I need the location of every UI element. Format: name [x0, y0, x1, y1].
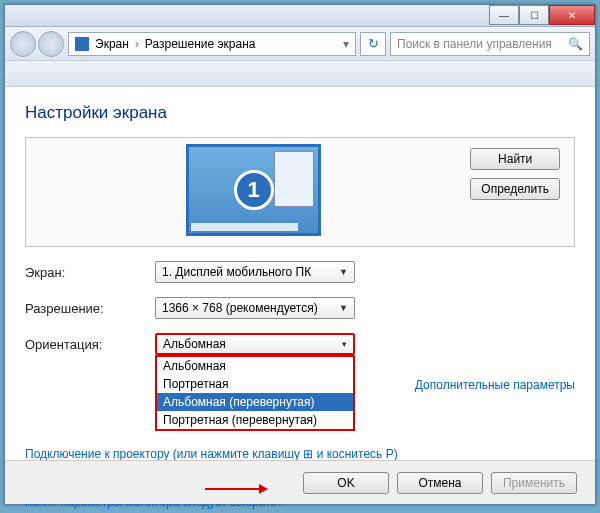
search-placeholder: Поиск в панели управления — [397, 37, 552, 51]
close-button[interactable]: ✕ — [549, 5, 595, 25]
screen-icon — [75, 37, 89, 51]
resolution-value: 1366 × 768 (рекомендуется) — [162, 301, 318, 315]
orientation-dropdown: Альбомная Портретная Альбомная (переверн… — [155, 355, 355, 431]
breadcrumb[interactable]: Экран › Разрешение экрана ▾ — [68, 32, 356, 56]
orientation-option-portrait[interactable]: Портретная — [157, 375, 353, 393]
forward-button[interactable] — [38, 31, 64, 57]
preview-taskbar-icon — [191, 223, 298, 231]
row-resolution: Разрешение: 1366 × 768 (рекомендуется) ▼ — [25, 297, 575, 319]
find-button[interactable]: Найти — [470, 148, 560, 170]
monitor-number: 1 — [234, 170, 274, 210]
search-icon: 🔍 — [568, 37, 583, 51]
crumb-resolution[interactable]: Разрешение экрана — [145, 37, 256, 51]
preview-window-icon — [274, 151, 314, 207]
content-area: Настройки экрана 1 Найти Определить Экра… — [5, 87, 595, 513]
toolbar — [5, 61, 595, 87]
minimize-button[interactable]: — — [489, 5, 519, 25]
monitor-preview-box: 1 Найти Определить — [25, 137, 575, 247]
row-orientation: Ориентация: Альбомная ▾ Альбомная Портре… — [25, 333, 575, 355]
resolution-combo[interactable]: 1366 × 768 (рекомендуется) ▼ — [155, 297, 355, 319]
search-input[interactable]: Поиск в панели управления 🔍 — [390, 32, 590, 56]
apply-button[interactable]: Применить — [491, 472, 577, 494]
advanced-settings-link[interactable]: Дополнительные параметры — [415, 378, 575, 392]
titlebar: — ☐ ✕ — [5, 5, 595, 27]
orientation-value: Альбомная — [163, 337, 226, 351]
screen-combo[interactable]: 1. Дисплей мобильного ПК ▼ — [155, 261, 355, 283]
orientation-option-portrait-flipped[interactable]: Портретная (перевернутая) — [157, 411, 353, 429]
monitor-preview[interactable]: 1 — [186, 144, 321, 236]
cancel-button[interactable]: Отмена — [397, 472, 483, 494]
chevron-down-icon: ▾ — [342, 339, 347, 349]
orientation-option-landscape-flipped[interactable]: Альбомная (перевернутая) — [157, 393, 353, 411]
address-bar: Экран › Разрешение экрана ▾ ↻ Поиск в па… — [5, 27, 595, 61]
annotation-arrow-icon — [205, 488, 265, 490]
window: — ☐ ✕ Экран › Разрешение экрана ▾ ↻ Поис… — [4, 4, 596, 505]
monitor-preview-inner: 1 — [189, 147, 318, 233]
refresh-button[interactable]: ↻ — [360, 32, 386, 56]
chevron-down-icon: ▼ — [339, 267, 348, 277]
monitor-buttons: Найти Определить — [470, 148, 560, 200]
screen-label: Экран: — [25, 265, 155, 280]
resolution-label: Разрешение: — [25, 301, 155, 316]
projector-link[interactable]: Подключение к проектору (или нажмите кла… — [25, 447, 575, 461]
crumb-screen[interactable]: Экран — [95, 37, 129, 51]
page-title: Настройки экрана — [25, 103, 575, 123]
maximize-button[interactable]: ☐ — [519, 5, 549, 25]
orientation-combo[interactable]: Альбомная ▾ Альбомная Портретная Альбомн… — [155, 333, 355, 355]
row-screen: Экран: 1. Дисплей мобильного ПК ▼ — [25, 261, 575, 283]
chevron-down-icon[interactable]: ▾ — [343, 37, 349, 51]
window-controls: — ☐ ✕ — [489, 5, 595, 25]
identify-button[interactable]: Определить — [470, 178, 560, 200]
orientation-option-landscape[interactable]: Альбомная — [157, 357, 353, 375]
back-button[interactable] — [10, 31, 36, 57]
nav-buttons — [10, 31, 64, 57]
chevron-down-icon: ▼ — [339, 303, 348, 313]
screen-value: 1. Дисплей мобильного ПК — [162, 265, 311, 279]
bottom-bar: OK Отмена Применить — [5, 460, 595, 504]
orientation-label: Ориентация: — [25, 337, 155, 352]
crumb-sep: › — [135, 37, 139, 51]
ok-button[interactable]: OK — [303, 472, 389, 494]
